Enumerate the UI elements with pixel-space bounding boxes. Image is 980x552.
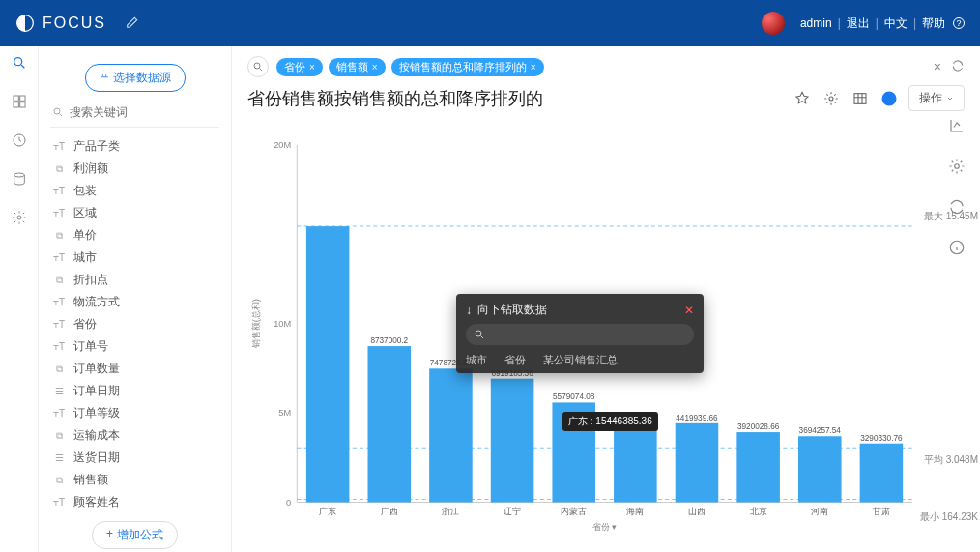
field-item[interactable]: ⧉订单数量	[50, 358, 219, 380]
drill-column[interactable]: 某公司销售汇总	[543, 353, 618, 367]
avatar[interactable]	[762, 12, 785, 35]
field-item[interactable]: ᴛT城市	[50, 247, 219, 269]
svg-text:5579074.08: 5579074.08	[553, 392, 595, 401]
bar[interactable]	[736, 432, 780, 502]
logo[interactable]: FOCUS	[15, 14, 106, 33]
sidebar-search-input[interactable]	[70, 105, 217, 119]
chip-remove-icon[interactable]: ×	[531, 62, 536, 73]
field-item[interactable]: ⧉运输成本	[50, 424, 219, 447]
bar[interactable]	[860, 444, 904, 503]
field-item[interactable]: ☰送货日期	[50, 447, 219, 469]
lang-link[interactable]: 中文	[884, 15, 908, 32]
field-item[interactable]: ᴛT顾客姓名	[50, 491, 219, 513]
svg-text:5M: 5M	[278, 408, 291, 418]
drill-search[interactable]	[466, 324, 694, 345]
svg-text:20M: 20M	[274, 140, 291, 150]
field-item[interactable]: ᴛT订单号	[50, 335, 219, 358]
axis-icon[interactable]	[947, 116, 966, 135]
field-type-icon: ⧉	[52, 163, 66, 175]
query-row: 省份 ×销售额 ×按销售额的总和降序排列的 × ×	[232, 46, 980, 77]
svg-text:3920028.66: 3920028.66	[737, 422, 780, 431]
bar[interactable]	[368, 346, 412, 502]
field-item[interactable]: ᴛT物流方式	[50, 291, 219, 313]
help-icon[interactable]: ?	[953, 17, 965, 29]
field-label: 区域	[73, 205, 97, 221]
bar-tooltip: 广东 : 15446385.36	[562, 412, 658, 431]
field-label: 订单号	[73, 338, 108, 355]
left-rail	[0, 46, 39, 552]
sidebar-search[interactable]	[50, 102, 219, 128]
help-link[interactable]: 帮助	[922, 15, 945, 32]
sidebar: 选择数据源 ᴛT产品子类⧉利润额ᴛT包装ᴛT区域⧉单价ᴛT城市⧉折扣点ᴛT物流方…	[39, 46, 232, 552]
svg-point-8	[17, 216, 21, 219]
svg-text:海南: 海南	[626, 507, 644, 516]
arrow-down-icon: ↓	[466, 304, 472, 317]
chip-remove-icon[interactable]: ×	[309, 62, 315, 73]
search-icon[interactable]	[11, 54, 28, 72]
data-icon[interactable]	[11, 170, 28, 188]
query-chip[interactable]: 按销售额的总和降序排列的 ×	[391, 58, 544, 76]
add-formula-label: 增加公式	[117, 527, 163, 543]
query-search-icon[interactable]	[247, 56, 269, 77]
field-item[interactable]: ⧉利润额	[50, 158, 219, 180]
bar[interactable]	[491, 379, 534, 503]
field-item[interactable]: ☰订单日期	[50, 380, 219, 402]
svg-text:北京: 北京	[750, 507, 767, 516]
query-chip[interactable]: 销售额 ×	[329, 58, 386, 76]
bar[interactable]	[306, 226, 350, 502]
settings-icon[interactable]	[821, 89, 841, 108]
field-label: 省份	[73, 316, 97, 333]
close-icon[interactable]: ✕	[684, 304, 694, 317]
dashboard-icon[interactable]	[11, 93, 28, 110]
field-label: 包装	[73, 183, 97, 199]
field-label: 利润额	[73, 160, 108, 177]
field-item[interactable]: ᴛT产品子类	[50, 135, 219, 158]
chip-remove-icon[interactable]: ×	[372, 62, 378, 73]
right-rail	[934, 104, 980, 257]
chart-icon[interactable]	[879, 89, 899, 108]
gear-icon[interactable]	[11, 209, 28, 226]
field-label: 运输成本	[73, 427, 120, 444]
svg-point-10	[254, 63, 260, 69]
info-icon[interactable]	[947, 238, 966, 257]
logout-link[interactable]: 退出	[847, 15, 870, 32]
bar[interactable]	[614, 422, 657, 503]
field-label: 送货日期	[73, 450, 120, 466]
field-item[interactable]: ⧉单价	[50, 224, 219, 247]
edit-icon[interactable]	[126, 15, 139, 32]
svg-rect-2	[14, 96, 18, 101]
add-formula-button[interactable]: +增加公式	[92, 521, 178, 549]
field-item[interactable]: ⧉销售额	[50, 469, 219, 491]
field-label: 订单日期	[73, 383, 120, 399]
field-item[interactable]: ᴛT订单等级	[50, 402, 219, 424]
drill-column[interactable]: 城市	[466, 353, 487, 367]
field-label: 顾客姓名	[73, 494, 120, 510]
field-type-icon: ⧉	[52, 475, 66, 486]
svg-text:0: 0	[286, 498, 291, 508]
refresh-icon[interactable]	[951, 59, 965, 75]
query-chip[interactable]: 省份 ×	[276, 58, 323, 76]
username[interactable]: admin	[800, 16, 832, 30]
svg-text:10M: 10M	[274, 319, 291, 329]
table-icon[interactable]	[850, 89, 870, 108]
clock-icon[interactable]	[11, 131, 28, 149]
drill-column[interactable]: 省份	[504, 353, 526, 367]
select-datasource-button[interactable]: 选择数据源	[85, 64, 186, 92]
svg-rect-3	[19, 96, 24, 101]
svg-text:广西: 广西	[381, 507, 398, 516]
pin-icon[interactable]	[793, 89, 812, 108]
bar[interactable]	[429, 368, 473, 502]
reload-icon[interactable]	[947, 197, 966, 217]
field-label: 单价	[73, 227, 97, 244]
chip-label: 省份	[284, 60, 305, 74]
config-icon[interactable]	[947, 157, 966, 176]
field-item[interactable]: ᴛT区域	[50, 202, 219, 224]
field-item[interactable]: ᴛT包装	[50, 180, 219, 202]
select-datasource-label: 选择数据源	[113, 70, 171, 86]
bar[interactable]	[798, 436, 842, 502]
bar[interactable]	[676, 423, 719, 503]
drill-search-input[interactable]	[491, 328, 686, 341]
clear-query-icon[interactable]: ×	[934, 59, 941, 74]
field-item[interactable]: ᴛT省份	[50, 313, 219, 335]
field-item[interactable]: ⧉折扣点	[50, 269, 219, 291]
